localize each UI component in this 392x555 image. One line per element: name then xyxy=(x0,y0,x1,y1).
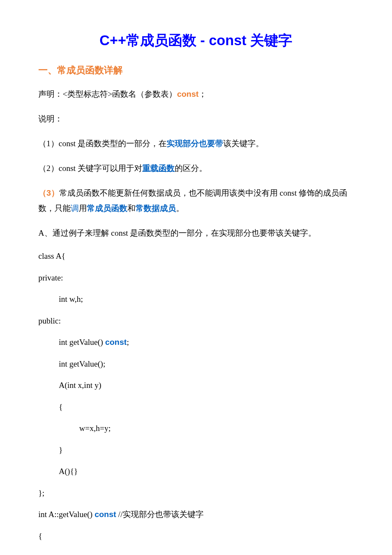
code-line-13: int A::getValue() const //实现部分也带该关键字 xyxy=(38,509,354,521)
decl-body: <类型标志符>函数名（参数表） xyxy=(63,90,177,98)
code-line-5: int getValue() const; xyxy=(38,336,354,349)
note3-blue3: 常数据成员 xyxy=(135,204,176,213)
note-2: （2）const 关键字可以用于对重载函数的区分。 xyxy=(38,161,354,176)
note-3: （3）常成员函数不能更新任何数据成员，也不能调用该类中没有用 const 修饰的… xyxy=(38,185,354,216)
decl-end: ； xyxy=(199,90,207,98)
code-line-8: { xyxy=(38,401,354,413)
note3-num-close: ） xyxy=(51,188,59,197)
code-line-6: int getValue(); xyxy=(38,358,354,370)
code5-post: ; xyxy=(127,338,129,347)
note1-highlight: 实现部分也要带 xyxy=(167,139,223,148)
code-line-4: public: xyxy=(38,315,354,327)
note2-post: 的区分。 xyxy=(175,164,207,173)
note1-pre: （1）const 是函数类型的一部分，在 xyxy=(38,139,167,148)
document-title: C++常成员函数 - const 关键字 xyxy=(38,30,354,51)
note1-post: 该关键字。 xyxy=(223,139,264,148)
code-line-3: int w,h; xyxy=(38,293,354,306)
code-line-9: w=x,h=y; xyxy=(38,422,354,435)
code-line-1: class A{ xyxy=(38,250,354,263)
note3-num: 3 xyxy=(46,188,51,197)
note3-body4: 。 xyxy=(176,204,184,213)
note2-pre: （2）const 关键字可以用于对 xyxy=(38,164,142,173)
note3-body3: 和 xyxy=(127,204,135,213)
code13-comment: //实现部分也带该关键字 xyxy=(116,510,204,519)
code13-const: const xyxy=(95,510,116,519)
notes-label: 说明： xyxy=(38,111,354,127)
code-line-7: A(int x,int y) xyxy=(38,379,354,392)
code5-pre: int getValue() xyxy=(59,338,105,347)
note2-highlight: 重载函数 xyxy=(142,164,175,173)
note3-body2: 用 xyxy=(79,204,87,213)
note3-num-open: （ xyxy=(38,188,46,197)
code5-const: const xyxy=(105,338,127,347)
code-line-11: A(){} xyxy=(38,465,354,478)
note-1: （1）const 是函数类型的一部分，在实现部分也要带该关键字。 xyxy=(38,136,354,151)
code-line-12: }; xyxy=(38,487,354,500)
code-line-2: private: xyxy=(38,272,354,284)
code-line-10: } xyxy=(38,444,354,457)
code-line-14: { xyxy=(38,530,354,543)
note3-blue2: 常成员函数 xyxy=(87,204,127,213)
decl-prefix: 声明： xyxy=(38,90,63,98)
code13-pre: int A::getValue() xyxy=(38,510,95,519)
example-a-intro: A、通过例子来理解 const 是函数类型的一部分，在实现部分也要带该关键字。 xyxy=(38,225,354,241)
section-heading-1: 一、常成员函数详解 xyxy=(38,63,354,77)
note3-blue1: 调 xyxy=(71,204,79,213)
const-keyword: const xyxy=(177,90,199,98)
declaration-line: 声明：<类型标志符>函数名（参数表）const； xyxy=(38,87,354,102)
